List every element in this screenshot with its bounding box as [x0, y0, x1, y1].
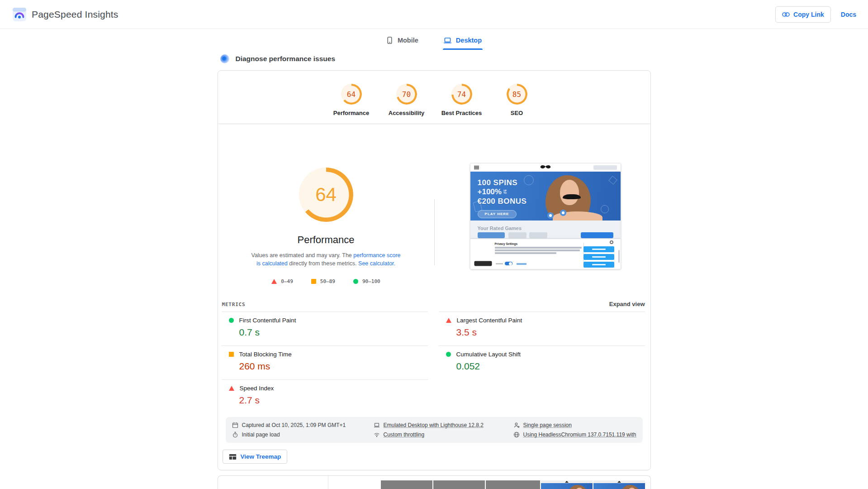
capture-session: Single page session	[513, 422, 636, 428]
diagnose-title: Diagnose performance issues	[236, 55, 336, 63]
metric-value: 3.5 s	[456, 327, 645, 338]
screenshot-column: 100 SPINS +100% UP TO €200 BONUS PLAY HE…	[434, 124, 650, 292]
copy-link-button[interactable]: Copy Link	[775, 6, 831, 23]
good-circle-icon	[229, 318, 234, 323]
mustache-logo-icon	[537, 165, 554, 169]
performance-gauge-column: 64 Performance Values are estimated and …	[218, 124, 434, 292]
emulation-link[interactable]: Emulated Desktop with Lighthouse 12.8.2	[384, 422, 484, 428]
category-score-summary: 64 Performance 70 Accessibility 74 Best …	[218, 71, 650, 124]
poor-triangle-icon	[446, 318, 451, 323]
hero-up-to: UP TO	[503, 190, 509, 195]
preview-tab	[478, 232, 505, 238]
placeholder-text-line	[495, 247, 582, 249]
good-circle-icon	[353, 279, 358, 284]
metric-largest-contentful-paint: Largest Contentful Paint 3.5 s	[439, 312, 645, 345]
legend-good: 90–100	[353, 278, 380, 284]
capture-timestamp: Captured at Oct 10, 2025, 1:09 PM GMT+1	[232, 422, 374, 428]
capture-text: Initial page load	[242, 431, 280, 438]
filmstrip-screenshot	[593, 480, 645, 489]
score-label: Best Practices	[441, 110, 482, 116]
filmstrip-row	[381, 480, 645, 489]
model-mustache	[563, 194, 581, 199]
screenshot-header-strip	[593, 480, 645, 483]
capture-throttling: Custom throttling	[374, 431, 513, 438]
cookie-text-block: Privacy Settings	[495, 242, 583, 254]
hero-bonus-percent: +100%	[478, 187, 502, 197]
score-range-legend: 0–49 50–89 90–100	[271, 278, 380, 284]
preview-tab	[508, 232, 526, 238]
toggle-label	[496, 263, 503, 265]
score-label: SEO	[511, 110, 523, 116]
hero-headline-2: +100% UP TO	[478, 187, 527, 197]
cookie-more-link	[517, 263, 526, 265]
mobile-phone-icon	[386, 37, 393, 44]
view-treemap-label: View Treemap	[241, 453, 281, 460]
docs-link[interactable]: Docs	[841, 11, 856, 18]
metric-value: 0.052	[456, 361, 645, 372]
score-label: Performance	[333, 110, 369, 116]
session-link[interactable]: Single page session	[523, 422, 572, 428]
view-treemap-button[interactable]: View Treemap	[223, 450, 288, 464]
filmstrip-cell	[433, 480, 485, 489]
performance-title: Performance	[298, 234, 355, 246]
doodle-shape	[601, 205, 609, 213]
score-block-seo[interactable]: 85 SEO	[498, 84, 536, 116]
gauge-arc	[451, 84, 472, 105]
gauge-arc	[396, 84, 417, 105]
treemap-row: View Treemap	[218, 443, 650, 470]
metric-first-contentful-paint: First Contentful Paint 0.7 s	[222, 312, 428, 345]
hamburger-menu-icon	[474, 166, 479, 169]
report-card: 64 Performance 70 Accessibility 74 Best …	[218, 70, 651, 470]
capture-text: Captured at Oct 10, 2025, 1:09 PM GMT+1	[242, 422, 346, 428]
toggle-switch	[505, 262, 512, 265]
metrics-column-left: First Contentful Paint 0.7 s Total Block…	[222, 312, 428, 413]
screenshot-header-strip	[541, 480, 593, 483]
capture-page-load: Initial page load	[232, 431, 374, 438]
see-calculator-link[interactable]: See calculator.	[358, 260, 395, 267]
seo-score-gauge: 85	[507, 84, 527, 105]
legend-average: 50–89	[311, 278, 335, 284]
brand[interactable]: PageSpeed Insights	[13, 8, 119, 21]
wifi-icon	[374, 431, 380, 438]
page-screenshot-preview[interactable]: 100 SPINS +100% UP TO €200 BONUS PLAY HE…	[470, 163, 621, 269]
doodle-shape	[608, 176, 617, 185]
good-circle-icon	[446, 352, 451, 357]
legend-range: 90–100	[362, 278, 380, 284]
score-block-best-practices[interactable]: 74 Best Practices	[443, 84, 480, 116]
preview-hero-banner: 100 SPINS +100% UP TO €200 BONUS PLAY HE…	[470, 172, 621, 221]
tab-desktop[interactable]: Desktop	[443, 33, 483, 48]
casino-chip	[547, 212, 554, 219]
tab-mobile[interactable]: Mobile	[385, 33, 419, 48]
metric-name: Cumulative Layout Shift	[456, 351, 521, 358]
performance-score-gauge: 64	[341, 84, 362, 105]
globe-icon	[513, 431, 520, 438]
capture-emulation: Emulated Desktop with Lighthouse 12.8.2	[374, 422, 513, 428]
browser-link[interactable]: Using HeadlessChromium 137.0.7151.119 wi…	[523, 431, 636, 438]
metrics-heading: METRICS	[222, 302, 246, 307]
score-block-performance[interactable]: 64 Performance	[333, 84, 370, 116]
metric-name: First Contentful Paint	[239, 317, 296, 324]
calendar-icon	[232, 422, 238, 428]
metric-total-blocking-time: Total Blocking Time 260 ms	[222, 345, 428, 379]
throttling-link[interactable]: Custom throttling	[384, 431, 425, 438]
casino-chip	[560, 210, 566, 216]
top-bar: PageSpeed Insights Copy Link Docs	[0, 0, 868, 29]
expand-view-button[interactable]: Expand view	[609, 301, 645, 307]
metric-value: 260 ms	[239, 361, 428, 372]
placeholder-text-line	[495, 252, 556, 254]
preview-rated-games-section: Your Rated Games	[470, 221, 621, 239]
filmstrip-cell	[381, 480, 432, 489]
metric-name: Speed Index	[240, 385, 274, 392]
metrics-grid: First Contentful Paint 0.7 s Total Block…	[218, 312, 650, 413]
preview-scrollbar	[618, 250, 620, 263]
gauge-arc	[507, 84, 527, 105]
filmstrip-cell	[486, 480, 540, 489]
hero-headline-1: 100 SPINS	[478, 178, 527, 187]
hero-copy: 100 SPINS +100% UP TO €200 BONUS PLAY HE…	[478, 178, 527, 218]
metrics-header: METRICS Expand view	[218, 292, 650, 312]
vertical-divider	[434, 199, 435, 265]
average-square-icon	[311, 279, 316, 284]
description-text: directly from these metrics.	[288, 260, 358, 267]
metric-value: 0.7 s	[239, 327, 428, 338]
score-block-accessibility[interactable]: 70 Accessibility	[388, 84, 425, 116]
